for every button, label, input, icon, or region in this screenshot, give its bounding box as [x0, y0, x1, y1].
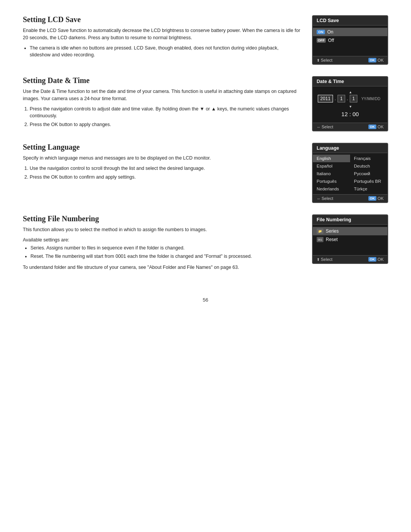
step-date-time-1: Press the OK button to apply changes.	[30, 121, 301, 128]
desc-language: Specify in which language menus and mess…	[23, 155, 301, 162]
ok-badge-lang: OK	[368, 196, 377, 201]
extra-fn: To understand folder and file structure …	[23, 264, 301, 271]
ui-row-series[interactable]: 📁 Series	[313, 227, 387, 235]
page-number: 56	[23, 297, 388, 303]
lang-francais[interactable]: Français	[350, 155, 387, 162]
page-content: Setting LCD Save Enable the LCD Save fun…	[23, 15, 388, 303]
footer-ok-label-dt: OK	[378, 125, 384, 129]
up-arrow-icon: ▲	[349, 90, 352, 94]
label-series: Series	[326, 228, 339, 234]
bullet-lcd-save-0: The camera is idle when no buttons are p…	[30, 45, 301, 59]
dt-time: 12 : 00	[317, 111, 384, 117]
nav-arrows-dt-icon: ↔	[317, 125, 320, 129]
dt-day[interactable]: 1	[350, 95, 358, 102]
title-lcd-save: Setting LCD Save	[23, 15, 301, 24]
ui-row-off[interactable]: OFF Off	[313, 36, 387, 45]
footer-nav-label-lang: Select	[322, 196, 333, 201]
lang-espanol[interactable]: Español	[313, 162, 350, 170]
dt-month[interactable]: 1	[338, 95, 346, 102]
desc-lcd-save: Enable the LCD Save function to automati…	[23, 27, 301, 42]
section-text-lcd-save: Setting LCD Save Enable the LCD Save fun…	[23, 15, 312, 60]
nav-arrows-fn-icon: ⬆	[317, 257, 320, 262]
lang-portugues-br[interactable]: Português BR	[350, 177, 387, 185]
ok-badge-lcd-save: OK	[368, 58, 377, 62]
ui-body-fn: 📁 Series 001 Reset	[313, 225, 387, 255]
ui-header-dt: Date & Time	[313, 77, 387, 86]
section-text-date-time: Setting Date & Time Use the Date & Time …	[23, 76, 312, 130]
lang-turkce[interactable]: Türkçe	[350, 185, 387, 193]
reset-icon: 001	[317, 237, 323, 242]
bullet-fn-1: Reset. The file numbering will start fro…	[30, 253, 301, 260]
ui-footer-lcd-save: ⬆ Select OK OK	[313, 56, 387, 64]
dt-format[interactable]: YY/MM/DD	[359, 96, 382, 102]
ui-body-lang: English Français Español Deutsch Italian…	[313, 153, 387, 194]
ui-footer-fn: ⬆ Select OK OK	[313, 255, 387, 263]
ui-lcd-save: LCD Save ON On OFF Off ⬆ Select OK O	[312, 15, 388, 65]
ok-badge-dt: OK	[368, 125, 377, 129]
section-language: Setting Language Specify in which langua…	[23, 143, 388, 203]
section-lcd-save: Setting LCD Save Enable the LCD Save fun…	[23, 15, 388, 65]
ok-badge-fn: OK	[368, 257, 377, 262]
section-date-time: Setting Date & Time Use the Date & Time …	[23, 76, 388, 131]
numbered-date-time: Press the navigation controls to adjust …	[30, 105, 301, 128]
step-language-0: Use the navigation control to scroll thr…	[30, 165, 301, 172]
lang-grid: English Français Español Deutsch Italian…	[313, 153, 387, 194]
section-text-file-numbering: Setting File Numbering This function all…	[23, 214, 312, 274]
desc-file-numbering: This function allows you to select the m…	[23, 226, 301, 233]
nav-arrows-lang-icon: ↔	[317, 197, 320, 201]
lang-nederlands[interactable]: Nederlands	[313, 185, 350, 193]
lang-english[interactable]: English	[313, 155, 350, 162]
numbered-language: Use the navigation control to scroll thr…	[30, 165, 301, 181]
step-date-time-0: Press the navigation controls to adjust …	[30, 105, 301, 120]
ui-footer-lang: ↔ Select OK OK	[313, 194, 387, 202]
section-file-numbering: Setting File Numbering This function all…	[23, 214, 388, 274]
footer-ok-label-fn: OK	[378, 257, 384, 262]
desc-date-time: Use the Date & Time function to set the …	[23, 88, 301, 102]
title-date-time: Setting Date & Time	[23, 76, 301, 85]
up-arrow-row: ▲	[317, 90, 384, 94]
nav-arrows-icon: ⬆	[317, 58, 320, 62]
badge-off: OFF	[317, 38, 326, 43]
footer-nav-label-lcd-save: Select	[321, 58, 333, 62]
bullet-fn-0: Series. Assigns number to files in seque…	[30, 244, 301, 252]
title-language: Setting Language	[23, 143, 301, 152]
ui-row-on[interactable]: ON On	[313, 28, 387, 36]
down-arrow-row: ▼	[317, 105, 384, 109]
lang-deutsch[interactable]: Deutsch	[350, 162, 387, 170]
lang-italiano[interactable]: Italiano	[313, 170, 350, 177]
lang-russian[interactable]: Русский	[350, 170, 387, 177]
dt-sep2: .	[347, 96, 348, 101]
ui-language: Language English Français Español Deutsc…	[312, 143, 388, 203]
lang-portugues[interactable]: Português	[313, 177, 350, 185]
section-text-language: Setting Language Specify in which langua…	[23, 143, 312, 182]
title-file-numbering: Setting File Numbering	[23, 214, 301, 223]
dt-year[interactable]: 2011	[318, 95, 333, 102]
footer-ok-lang: OK OK	[368, 196, 384, 201]
ui-row-reset[interactable]: 001 Reset	[313, 235, 387, 244]
ui-header-fn: File Numbering	[313, 215, 387, 225]
ui-header-lang: Language	[313, 144, 387, 153]
ui-body-dt: ▲ 2011 . 1 . 1 YY/MM/DD ▼ 12 : 00	[313, 86, 387, 123]
dt-date-row: 2011 . 1 . 1 YY/MM/DD	[317, 95, 384, 102]
ui-body-lcd-save: ON On OFF Off	[313, 26, 387, 56]
label-on: On	[327, 29, 333, 35]
label-off: Off	[328, 38, 334, 43]
ui-file-numbering: File Numbering 📁 Series 001 Reset ⬆ Sele…	[312, 214, 388, 264]
badge-on: ON	[317, 30, 325, 34]
footer-ok-fn: OK OK	[368, 257, 384, 262]
footer-nav-fn: ⬆ Select	[317, 257, 333, 262]
footer-ok-label-lang: OK	[378, 196, 384, 201]
footer-ok-label-lcd-save: OK	[378, 58, 384, 62]
ui-footer-dt: ↔ Select OK OK	[313, 123, 387, 131]
footer-ok-lcd-save: OK OK	[368, 58, 384, 62]
dt-sep1: .	[335, 96, 336, 101]
label-reset: Reset	[326, 237, 338, 242]
footer-nav-label-fn: Select	[321, 257, 333, 262]
bullets-lcd-save: The camera is idle when no buttons are p…	[30, 45, 301, 59]
ui-date-time: Date & Time ▲ 2011 . 1 . 1 YY/MM/DD ▼ 12…	[312, 76, 388, 131]
bullets-label-fn: Available settings are:	[23, 236, 301, 244]
footer-ok-dt: OK OK	[368, 125, 384, 129]
footer-nav-dt: ↔ Select	[317, 125, 333, 129]
footer-nav-label-dt: Select	[322, 125, 333, 129]
bullets-fn: Series. Assigns number to files in seque…	[30, 244, 301, 260]
